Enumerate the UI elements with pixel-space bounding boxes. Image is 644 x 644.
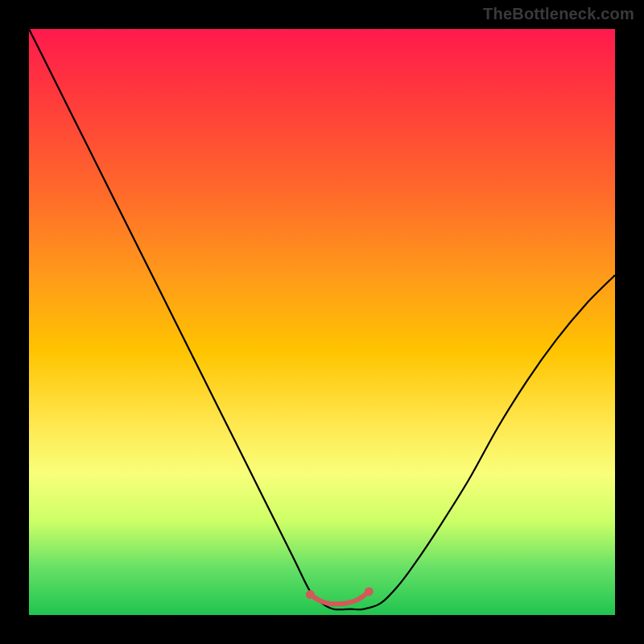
gradient-background <box>29 29 615 615</box>
watermark-label: TheBottleneck.com <box>483 5 634 23</box>
chart-stage: TheBottleneck.com <box>0 0 644 644</box>
